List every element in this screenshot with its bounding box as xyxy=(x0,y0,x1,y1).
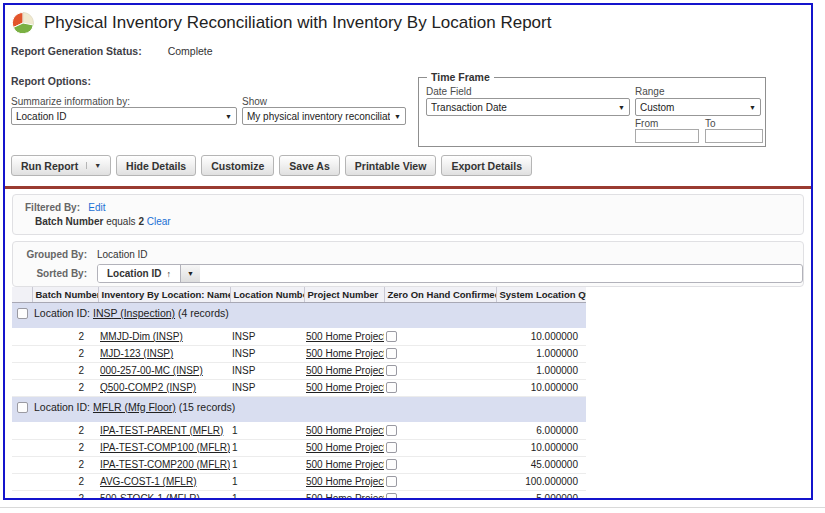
inventory-location-link[interactable]: IPA-TEST-COMP200 (MFLR) xyxy=(100,459,230,470)
table-row: 2 500-STOCK-1 (MFLR) 1 500 Home Project … xyxy=(12,490,586,500)
summarize-by-select[interactable]: Location ID ▼ xyxy=(11,107,237,125)
caret-down-icon: ▼ xyxy=(394,113,401,120)
zero-on-hand-checkbox[interactable] xyxy=(386,331,397,342)
batch-number-cell: 2 xyxy=(32,328,98,345)
project-link[interactable]: 500 Home Project xyxy=(306,348,384,359)
page-title: Physical Inventory Reconciliation with I… xyxy=(44,13,551,33)
run-report-label: Run Report xyxy=(21,160,78,172)
filtered-by-panel: Filtered By: Edit Batch Number equals 2 … xyxy=(12,194,804,235)
table-row: 2 IPA-TEST-COMP200 (MFLR) 1 500 Home Pro… xyxy=(12,456,586,473)
clear-filter-link[interactable]: Clear xyxy=(147,216,171,227)
system-location-qty-cell: 10.000000 xyxy=(496,379,586,396)
report-color-divider xyxy=(5,186,811,189)
project-link[interactable]: 500 Home Project xyxy=(306,382,384,393)
inventory-location-link[interactable]: MJD-123 (INSP) xyxy=(100,348,173,359)
location-number-cell: 1 xyxy=(230,439,304,456)
caret-down-icon[interactable]: ▼ xyxy=(180,265,200,282)
grouping-panel: Grouped By: Location ID Sorted By: Locat… xyxy=(12,241,804,287)
to-date-input[interactable] xyxy=(705,129,763,143)
project-link[interactable]: 500 Home Project xyxy=(306,442,384,453)
inventory-location-link[interactable]: Q500-COMP2 (INSP) xyxy=(100,382,196,393)
table-row: 2 MJD-123 (INSP) INSP 500 Home Project 1… xyxy=(12,345,586,362)
edit-filters-link[interactable]: Edit xyxy=(88,202,105,213)
save-as-button[interactable]: Save As xyxy=(279,155,339,176)
from-date-input[interactable] xyxy=(635,129,699,143)
group-checkbox[interactable] xyxy=(17,402,28,413)
project-link[interactable]: 500 Home Project xyxy=(306,476,384,487)
location-number-cell: INSP xyxy=(230,379,304,396)
inventory-location-link[interactable]: AVG-COST-1 (MFLR) xyxy=(100,476,196,487)
zero-on-hand-checkbox[interactable] xyxy=(386,365,397,376)
col-zero-on-hand-confirmed[interactable]: Zero On Hand Confirmed xyxy=(384,287,496,302)
filter-criteria: Batch Number equals 2 Clear xyxy=(25,216,803,227)
col-location-number[interactable]: Location Number xyxy=(230,287,304,302)
zero-on-hand-checkbox[interactable] xyxy=(386,425,397,436)
zero-on-hand-checkbox[interactable] xyxy=(386,476,397,487)
project-link[interactable]: 500 Home Project xyxy=(306,425,384,436)
inventory-location-link[interactable]: IPA-TEST-PARENT (MFLR) xyxy=(100,425,223,436)
zero-on-hand-checkbox[interactable] xyxy=(386,382,397,393)
group-prefix: Location ID: xyxy=(34,307,90,319)
group-link[interactable]: MFLR (Mfg Floor) xyxy=(93,401,176,413)
batch-number-cell: 2 xyxy=(32,490,98,500)
zero-on-hand-checkbox[interactable] xyxy=(386,348,397,359)
run-report-button[interactable]: Run Report ▼ xyxy=(11,155,111,176)
table-row: 2 MMJD-Dim (INSP) INSP 500 Home Project … xyxy=(12,328,586,345)
inventory-location-link[interactable]: MMJD-Dim (INSP) xyxy=(100,331,183,342)
table-row: 2 IPA-TEST-PARENT (MFLR) 1 500 Home Proj… xyxy=(12,422,586,439)
show-select[interactable]: My physical inventory reconciliation ▼ xyxy=(242,107,406,125)
table-row: 2 Q500-COMP2 (INSP) INSP 500 Home Projec… xyxy=(12,379,586,396)
location-number-cell: INSP xyxy=(230,345,304,362)
group-link[interactable]: INSP (Inspection) xyxy=(93,307,175,319)
date-field-value: Transaction Date xyxy=(431,102,614,113)
project-link[interactable]: 500 Home Project xyxy=(306,365,384,376)
col-inventory-by-location-name[interactable]: Inventory By Location: Name xyxy=(98,287,230,302)
system-location-qty-cell: 1.000000 xyxy=(496,345,586,362)
inventory-location-link[interactable]: IPA-TEST-COMP100 (MFLR) xyxy=(100,442,230,453)
batch-number-cell: 2 xyxy=(32,362,98,379)
location-number-cell: INSP xyxy=(230,328,304,345)
time-frame-legend: Time Frame xyxy=(427,71,494,83)
caret-down-icon: ▼ xyxy=(749,104,756,111)
col-batch-number[interactable]: Batch Number xyxy=(32,287,98,302)
hide-details-button[interactable]: Hide Details xyxy=(116,155,196,176)
report-toolbar: Run Report ▼ Hide Details Customize Save… xyxy=(11,155,532,176)
zero-on-hand-checkbox[interactable] xyxy=(386,459,397,470)
system-location-qty-cell: 1.000000 xyxy=(496,362,586,379)
summarize-by-value: Location ID xyxy=(16,111,221,122)
caret-down-icon[interactable]: ▼ xyxy=(86,162,101,169)
batch-number-cell: 2 xyxy=(32,422,98,439)
location-number-cell: 1 xyxy=(230,473,304,490)
inventory-location-link[interactable]: 500-STOCK-1 (MFLR) xyxy=(100,493,200,500)
system-location-qty-cell: 5.000000 xyxy=(496,490,586,500)
batch-number-cell: 2 xyxy=(32,345,98,362)
sorted-by-label: Sorted By: xyxy=(25,268,87,279)
grouped-by-value: Location ID xyxy=(97,249,803,260)
project-link[interactable]: 500 Home Project xyxy=(306,493,384,500)
sort-ascending-icon: ↑ xyxy=(166,269,171,279)
zero-on-hand-checkbox[interactable] xyxy=(386,442,397,453)
sorted-by-dropdown[interactable]: Location ID ↑ ▼ xyxy=(97,264,803,283)
range-value: Custom xyxy=(640,102,745,113)
group-prefix: Location ID: xyxy=(34,401,90,413)
project-link[interactable]: 500 Home Project xyxy=(306,331,384,342)
system-location-qty-cell: 100.000000 xyxy=(496,473,586,490)
system-location-qty-cell: 45.000000 xyxy=(496,456,586,473)
project-link[interactable]: 500 Home Project xyxy=(306,459,384,470)
printable-view-button[interactable]: Printable View xyxy=(345,155,437,176)
inventory-location-link[interactable]: 000-257-00-MC (INSP) xyxy=(100,365,203,376)
col-project-number[interactable]: Project Number xyxy=(304,287,384,302)
customize-button[interactable]: Customize xyxy=(201,155,274,176)
location-number-cell: 1 xyxy=(230,456,304,473)
table-header-row: Batch Number Inventory By Location: Name… xyxy=(12,287,586,302)
report-pie-chart-icon xyxy=(11,11,35,35)
col-system-location-qty[interactable]: System Location Qty xyxy=(496,287,586,302)
from-label: From xyxy=(635,118,658,129)
range-select[interactable]: Custom ▼ xyxy=(635,98,761,116)
show-value: My physical inventory reconciliation xyxy=(247,111,390,122)
export-details-button[interactable]: Export Details xyxy=(441,155,532,176)
report-generation-status: Report Generation Status:Complete xyxy=(11,45,213,57)
group-checkbox[interactable] xyxy=(17,308,28,319)
date-field-select[interactable]: Transaction Date ▼ xyxy=(426,98,630,116)
zero-on-hand-checkbox[interactable] xyxy=(386,493,397,500)
